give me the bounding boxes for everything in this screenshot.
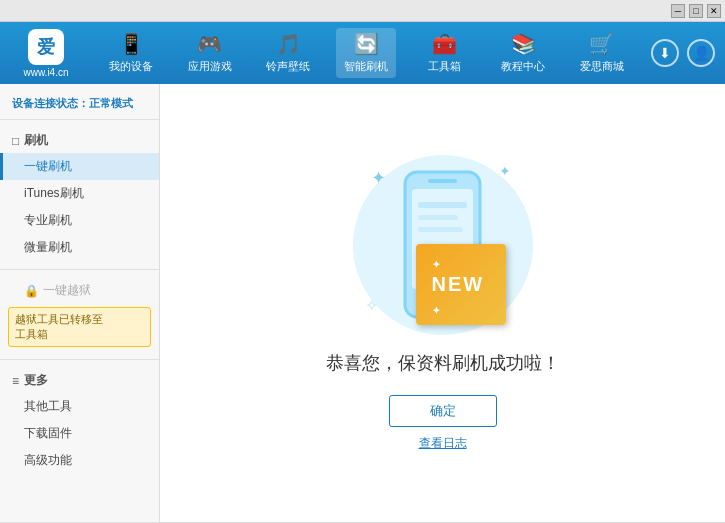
sidebar-section-more: ≡ 更多 其他工具 下载固件 高级功能 bbox=[0, 364, 159, 478]
flash-section-title: □ 刷机 bbox=[0, 128, 159, 153]
my-device-icon: 📱 bbox=[119, 32, 144, 56]
jailbreak-section-disabled: 🔒 一键越狱 bbox=[0, 278, 159, 303]
close-button[interactable]: ✕ bbox=[707, 4, 721, 18]
window-controls: ─ □ ✕ bbox=[671, 4, 721, 18]
nav-item-tutorials[interactable]: 📚 教程中心 bbox=[493, 28, 553, 78]
mall-icon: 🛒 bbox=[589, 32, 614, 56]
sparkle-icon-3: ✧ bbox=[365, 296, 378, 315]
main-area: 设备连接状态：正常模式 □ 刷机 一键刷机 iTunes刷机 专业刷机 微量刷机 bbox=[0, 84, 725, 522]
more-section-label: 更多 bbox=[24, 372, 48, 389]
confirm-button[interactable]: 确定 bbox=[389, 395, 497, 427]
sparkle-icon-1: ✦ bbox=[371, 167, 386, 189]
nav-item-apps-games[interactable]: 🎮 应用游戏 bbox=[180, 28, 240, 78]
logo: 爱 www.i4.cn bbox=[10, 29, 82, 78]
nav-item-ringtones[interactable]: 🎵 铃声壁纸 bbox=[258, 28, 318, 78]
nav-item-my-device[interactable]: 📱 我的设备 bbox=[101, 28, 161, 78]
sidebar-item-download-fw[interactable]: 下载固件 bbox=[0, 420, 159, 447]
svg-rect-4 bbox=[418, 202, 467, 208]
nav-item-toolbox[interactable]: 🧰 工具箱 bbox=[415, 28, 475, 78]
nav-label-tutorials: 教程中心 bbox=[501, 59, 545, 74]
download-button[interactable]: ⬇ bbox=[651, 39, 679, 67]
detail-link[interactable]: 查看日志 bbox=[419, 435, 467, 452]
jailbreak-notice: 越狱工具已转移至工具箱 bbox=[8, 307, 151, 347]
sidebar: 设备连接状态：正常模式 □ 刷机 一键刷机 iTunes刷机 专业刷机 微量刷机 bbox=[0, 84, 160, 522]
status-value: 正常模式 bbox=[89, 97, 133, 109]
sidebar-section-flash: □ 刷机 一键刷机 iTunes刷机 专业刷机 微量刷机 bbox=[0, 124, 159, 265]
nav-right-controls: ⬇ 👤 bbox=[651, 39, 715, 67]
nav-label-my-device: 我的设备 bbox=[109, 59, 153, 74]
ringtones-icon: 🎵 bbox=[276, 32, 301, 56]
success-message: 恭喜您，保资料刷机成功啦！ bbox=[326, 351, 560, 375]
minimize-button[interactable]: ─ bbox=[671, 4, 685, 18]
nav-label-toolbox: 工具箱 bbox=[428, 59, 461, 74]
nav-bar: 爱 www.i4.cn 📱 我的设备 🎮 应用游戏 🎵 铃声壁纸 🔄 智能刷机 … bbox=[0, 22, 725, 84]
sidebar-item-advanced[interactable]: 高级功能 bbox=[0, 447, 159, 474]
sidebar-item-other-tools[interactable]: 其他工具 bbox=[0, 393, 159, 420]
status-bar: 设备连接状态：正常模式 bbox=[0, 92, 159, 120]
nav-item-mall[interactable]: 🛒 爱思商城 bbox=[572, 28, 632, 78]
flash-section-icon: □ bbox=[12, 134, 19, 148]
content-area: ✦ ✦ ✧ ✦ NEW ✦ 恭喜您，保资料刷机成功啦！ 确定 查看日志 bbox=[160, 84, 725, 522]
nav-label-smart-flash: 智能刷机 bbox=[344, 59, 388, 74]
new-badge: ✦ NEW ✦ bbox=[416, 244, 506, 325]
jailbreak-label: 一键越狱 bbox=[43, 282, 91, 299]
nav-items: 📱 我的设备 🎮 应用游戏 🎵 铃声壁纸 🔄 智能刷机 🧰 工具箱 📚 教程中心… bbox=[92, 28, 641, 78]
smart-flash-icon: 🔄 bbox=[354, 32, 379, 56]
apps-games-icon: 🎮 bbox=[197, 32, 222, 56]
sidebar-item-one-key-flash[interactable]: 一键刷机 bbox=[0, 153, 159, 180]
svg-rect-3 bbox=[428, 179, 457, 183]
status-label: 设备连接状态： bbox=[12, 97, 89, 109]
nav-item-smart-flash[interactable]: 🔄 智能刷机 bbox=[336, 28, 396, 78]
sidebar-item-pro-flash[interactable]: 专业刷机 bbox=[0, 207, 159, 234]
more-section-title: ≡ 更多 bbox=[0, 368, 159, 393]
phone-illustration: ✦ ✦ ✧ ✦ NEW ✦ bbox=[353, 155, 533, 335]
divider-1 bbox=[0, 269, 159, 270]
logo-icon: 爱 bbox=[28, 29, 64, 65]
user-button[interactable]: 👤 bbox=[687, 39, 715, 67]
lock-icon: 🔒 bbox=[24, 284, 39, 298]
svg-rect-5 bbox=[418, 215, 458, 220]
toolbox-icon: 🧰 bbox=[432, 32, 457, 56]
nav-label-mall: 爱思商城 bbox=[580, 59, 624, 74]
more-section-icon: ≡ bbox=[12, 374, 19, 388]
title-bar: ─ □ ✕ bbox=[0, 0, 725, 22]
sidebar-item-itunes-flash[interactable]: iTunes刷机 bbox=[0, 180, 159, 207]
sparkle-icon-2: ✦ bbox=[499, 163, 511, 179]
divider-2 bbox=[0, 359, 159, 360]
nav-label-apps-games: 应用游戏 bbox=[188, 59, 232, 74]
restore-button[interactable]: □ bbox=[689, 4, 703, 18]
svg-rect-6 bbox=[418, 227, 463, 232]
logo-site-name: www.i4.cn bbox=[23, 67, 68, 78]
sidebar-item-micro-flash[interactable]: 微量刷机 bbox=[0, 234, 159, 261]
tutorials-icon: 📚 bbox=[511, 32, 536, 56]
sidebar-section-jailbreak: 🔒 一键越狱 越狱工具已转移至工具箱 bbox=[0, 274, 159, 355]
nav-label-ringtones: 铃声壁纸 bbox=[266, 59, 310, 74]
flash-section-label: 刷机 bbox=[24, 132, 48, 149]
